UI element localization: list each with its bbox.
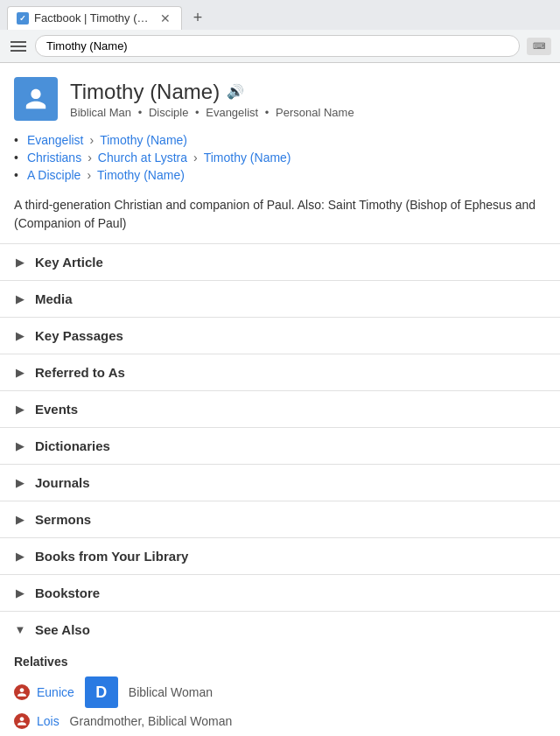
tag-disciple: Disciple <box>149 106 189 119</box>
chevron-bookstore-icon: ▶ <box>14 586 26 599</box>
relative-item-eunice: Eunice D Biblical Woman <box>14 674 546 711</box>
tab-close-button[interactable]: ✕ <box>158 11 172 25</box>
section-events-header[interactable]: ▶ Events <box>0 391 560 427</box>
eunice-description: Biblical Woman <box>129 685 213 699</box>
breadcrumb-link-timothy-2[interactable]: Timothy (Name) <box>204 151 291 165</box>
section-bookstore: ▶ Bookstore <box>0 575 560 612</box>
relative-link-eunice[interactable]: Eunice <box>37 685 74 699</box>
section-key-article-header[interactable]: ▶ Key Article <box>0 244 560 280</box>
chevron-books-from-library-icon: ▶ <box>14 550 26 563</box>
entity-tags: Biblical Man • Disciple • Evangelist • P… <box>70 106 546 119</box>
chevron-dictionaries-icon: ▶ <box>14 439 26 452</box>
chevron-events-icon: ▶ <box>14 403 26 416</box>
new-tab-button[interactable]: + <box>186 5 210 30</box>
address-bar: ⌨ <box>0 30 560 62</box>
breadcrumb-link-timothy-3[interactable]: Timothy (Name) <box>97 168 185 182</box>
chevron-sermons-icon: ▶ <box>14 513 26 526</box>
breadcrumb-link-evangelist[interactable]: Evangelist <box>27 133 84 147</box>
breadcrumb-link-christians[interactable]: Christians <box>27 151 81 165</box>
section-key-passages-header[interactable]: ▶ Key Passages <box>0 318 560 354</box>
breadcrumb-link-a-disciple[interactable]: A Disciple <box>27 168 80 182</box>
entity-name: Timothy (Name) 🔊 <box>70 80 546 104</box>
chevron-journals-icon: ▶ <box>14 476 26 489</box>
section-dictionaries: ▶ Dictionaries <box>0 428 560 465</box>
section-media: ▶ Media <box>0 281 560 318</box>
section-sermons: ▶ Sermons <box>0 501 560 538</box>
breadcrumb-list: Evangelist › Timothy (Name) Christians ›… <box>0 128 560 191</box>
entity-header: Timothy (Name) 🔊 Biblical Man • Disciple… <box>0 63 560 128</box>
description-text: A third-generation Christian and compani… <box>14 198 536 230</box>
person-icon-lois <box>14 713 30 729</box>
breadcrumb-item-1: Evangelist › Timothy (Name) <box>14 131 546 149</box>
breadcrumb-item-2: Christians › Church at Lystra › Timothy … <box>14 149 546 166</box>
chevron-referred-to-as-icon: ▶ <box>14 366 26 379</box>
person-avatar-icon <box>24 87 48 111</box>
section-books-from-library-header[interactable]: ▶ Books from Your Library <box>0 538 560 574</box>
tab-favicon: ✓ <box>17 12 29 25</box>
sound-icon[interactable]: 🔊 <box>227 83 244 100</box>
entity-info: Timothy (Name) 🔊 Biblical Man • Disciple… <box>70 80 546 119</box>
breadcrumb-link-church-at-lystra[interactable]: Church at Lystra <box>98 151 187 165</box>
tag-personal-name: Personal Name <box>276 106 354 119</box>
section-books-from-library: ▶ Books from Your Library <box>0 538 560 575</box>
active-tab[interactable]: ✓ Factbook | Timothy (Name) ✕ <box>7 6 182 30</box>
section-sermons-header[interactable]: ▶ Sermons <box>0 501 560 537</box>
section-journals: ▶ Journals <box>0 465 560 501</box>
section-sermons-title: Sermons <box>35 512 91 527</box>
section-journals-header[interactable]: ▶ Journals <box>0 465 560 501</box>
hamburger-menu[interactable] <box>9 39 28 53</box>
see-also-content: Relatives Eunice D Biblical Woman <box>0 648 560 736</box>
person-icon-eunice <box>14 684 30 700</box>
relatives-heading: Relatives <box>14 655 546 669</box>
section-referred-to-as-title: Referred to As <box>35 365 125 380</box>
section-media-header[interactable]: ▶ Media <box>0 281 560 317</box>
section-key-article: ▶ Key Article <box>0 244 560 281</box>
tag-evangelist: Evangelist <box>206 106 258 119</box>
main-content: Timothy (Name) 🔊 Biblical Man • Disciple… <box>0 63 560 736</box>
section-media-title: Media <box>35 291 73 306</box>
section-see-also: ▼ See Also Relatives Eunice D Biblical W… <box>0 612 560 736</box>
section-key-article-title: Key Article <box>35 255 103 270</box>
section-bookstore-title: Bookstore <box>35 585 100 600</box>
section-bookstore-header[interactable]: ▶ Bookstore <box>0 575 560 611</box>
browser-chrome: ✓ Factbook | Timothy (Name) ✕ + ⌨ <box>0 0 560 63</box>
section-see-also-title: See Also <box>35 622 90 637</box>
section-dictionaries-header[interactable]: ▶ Dictionaries <box>0 428 560 464</box>
chevron-media-icon: ▶ <box>14 292 26 305</box>
section-referred-to-as-header[interactable]: ▶ Referred to As <box>0 354 560 390</box>
relative-item-lois: Lois Grandmother, Biblical Woman <box>14 711 546 732</box>
chevron-see-also-icon: ▼ <box>14 623 26 636</box>
section-events: ▶ Events <box>0 391 560 428</box>
lois-description: Grandmother, Biblical Woman <box>66 714 233 728</box>
tab-title: Factbook | Timothy (Name) <box>34 11 153 25</box>
breadcrumb-item-3: A Disciple › Timothy (Name) <box>14 166 546 184</box>
section-books-from-library-title: Books from Your Library <box>35 549 188 564</box>
relative-link-lois[interactable]: Lois <box>37 714 60 728</box>
chevron-key-passages-icon: ▶ <box>14 329 26 342</box>
entity-avatar <box>14 77 58 121</box>
section-events-title: Events <box>35 402 78 417</box>
keyboard-icon: ⌨ <box>527 38 551 55</box>
section-dictionaries-title: Dictionaries <box>35 438 110 453</box>
section-key-passages-title: Key Passages <box>35 328 123 343</box>
entity-description: A third-generation Christian and compani… <box>0 191 560 244</box>
eunice-popup-box: D <box>85 676 118 708</box>
section-key-passages: ▶ Key Passages <box>0 318 560 354</box>
breadcrumb-link-timothy-1[interactable]: Timothy (Name) <box>100 133 187 147</box>
url-input[interactable] <box>35 35 520 57</box>
tab-bar: ✓ Factbook | Timothy (Name) ✕ + <box>0 0 560 30</box>
section-referred-to-as: ▶ Referred to As <box>0 354 560 391</box>
tag-biblical-man: Biblical Man <box>70 106 131 119</box>
chevron-key-article-icon: ▶ <box>14 256 26 269</box>
entity-name-text: Timothy (Name) <box>70 80 220 104</box>
section-see-also-header[interactable]: ▼ See Also <box>0 612 560 648</box>
section-journals-title: Journals <box>35 475 90 490</box>
